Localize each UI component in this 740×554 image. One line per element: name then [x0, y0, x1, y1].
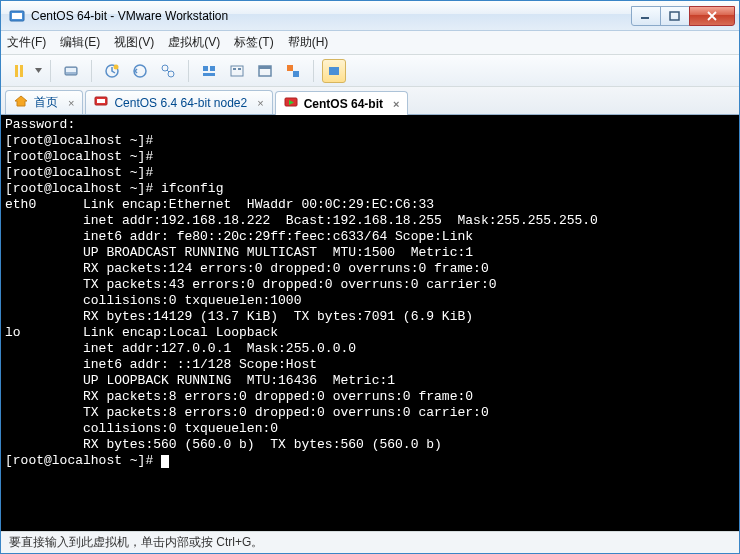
menu-view[interactable]: 视图(V) — [114, 34, 154, 51]
unity-button[interactable] — [281, 59, 305, 83]
menu-edit[interactable]: 编辑(E) — [60, 34, 100, 51]
terminal-line: UP BROADCAST RUNNING MULTICAST MTU:1500 … — [5, 245, 735, 261]
status-text: 要直接输入到此虚拟机，单击内部或按 Ctrl+G。 — [9, 534, 263, 551]
svg-rect-5 — [20, 65, 23, 77]
terminal-line: Password: — [5, 117, 735, 133]
svg-rect-2 — [641, 17, 649, 19]
tab-close-icon[interactable]: × — [393, 98, 399, 110]
toolbar-separator — [50, 60, 51, 82]
vm-icon — [94, 94, 108, 111]
terminal-line: lo Link encap:Local Loopback — [5, 325, 735, 341]
svg-rect-13 — [203, 66, 208, 71]
terminal-line: inet addr:192.168.18.222 Bcast:192.168.1… — [5, 213, 735, 229]
terminal-prompt-line: [root@localhost ~]# — [5, 453, 735, 469]
svg-rect-16 — [231, 66, 243, 76]
toolbar — [1, 55, 739, 87]
vm-running-icon — [284, 95, 298, 112]
svg-rect-14 — [210, 66, 215, 71]
terminal-line: [root@localhost ~]# — [5, 165, 735, 181]
svg-rect-20 — [259, 66, 271, 69]
terminal-line: inet addr:127.0.0.1 Mask:255.0.0.0 — [5, 341, 735, 357]
terminal-line: eth0 Link encap:Ethernet HWaddr 00:0C:29… — [5, 197, 735, 213]
app-icon — [9, 8, 25, 24]
svg-rect-21 — [287, 65, 293, 71]
tab-label: 首页 — [34, 94, 58, 111]
statusbar: 要直接输入到此虚拟机，单击内部或按 Ctrl+G。 — [1, 531, 739, 553]
cursor — [161, 455, 169, 468]
terminal-line: RX bytes:14129 (13.7 KiB) TX bytes:7091 … — [5, 309, 735, 325]
show-console-button[interactable] — [197, 59, 221, 83]
tab-home[interactable]: 首页 × — [5, 90, 83, 114]
fullscreen-button[interactable] — [253, 59, 277, 83]
tab-centos[interactable]: CentOS 64-bit × — [275, 91, 409, 115]
svg-point-9 — [114, 64, 119, 69]
menu-tabs[interactable]: 标签(T) — [234, 34, 273, 51]
terminal-line: RX packets:124 errors:0 dropped:0 overru… — [5, 261, 735, 277]
terminal-line: collisions:0 txqueuelen:0 — [5, 421, 735, 437]
stretch-button[interactable] — [322, 59, 346, 83]
terminal-line: [root@localhost ~]# — [5, 133, 735, 149]
menu-file[interactable]: 文件(F) — [7, 34, 46, 51]
menubar: 文件(F) 编辑(E) 视图(V) 虚拟机(V) 标签(T) 帮助(H) — [1, 31, 739, 55]
revert-button[interactable] — [128, 59, 152, 83]
toolbar-separator — [188, 60, 189, 82]
terminal-line: RX bytes:560 (560.0 b) TX bytes:560 (560… — [5, 437, 735, 453]
tab-close-icon[interactable]: × — [257, 97, 263, 109]
svg-rect-22 — [293, 71, 299, 77]
tabbar: 首页 × CentOS 6.4 64-bit node2 × CentOS 64… — [1, 87, 739, 115]
svg-rect-15 — [203, 73, 215, 76]
svg-rect-25 — [97, 99, 105, 103]
terminal-line: UP LOOPBACK RUNNING MTU:16436 Metric:1 — [5, 373, 735, 389]
svg-rect-1 — [12, 13, 22, 19]
toolbar-separator — [91, 60, 92, 82]
menu-vm[interactable]: 虚拟机(V) — [168, 34, 220, 51]
svg-rect-7 — [66, 68, 76, 72]
tab-node2[interactable]: CentOS 6.4 64-bit node2 × — [85, 90, 272, 114]
maximize-button[interactable] — [660, 6, 690, 26]
terminal-line: [root@localhost ~]# ifconfig — [5, 181, 735, 197]
terminal[interactable]: Password:[root@localhost ~]#[root@localh… — [1, 115, 739, 531]
terminal-line: collisions:0 txqueuelen:1000 — [5, 293, 735, 309]
svg-rect-3 — [670, 12, 679, 20]
snapshot-button[interactable] — [100, 59, 124, 83]
power-on-button[interactable] — [7, 59, 31, 83]
terminal-line: inet6 addr: ::1/128 Scope:Host — [5, 357, 735, 373]
terminal-line: TX packets:43 errors:0 dropped:0 overrun… — [5, 277, 735, 293]
minimize-button[interactable] — [631, 6, 661, 26]
window-controls — [632, 6, 735, 26]
svg-rect-23 — [329, 67, 339, 75]
tab-label: CentOS 64-bit — [304, 97, 383, 111]
tab-close-icon[interactable]: × — [68, 97, 74, 109]
svg-rect-18 — [238, 68, 241, 70]
titlebar[interactable]: CentOS 64-bit - VMware Workstation — [1, 1, 739, 31]
power-dropdown[interactable] — [35, 59, 42, 83]
toolbar-separator — [313, 60, 314, 82]
terminal-line: inet6 addr: fe80::20c:29ff:feec:c633/64 … — [5, 229, 735, 245]
home-icon — [14, 94, 28, 111]
tab-label: CentOS 6.4 64-bit node2 — [114, 96, 247, 110]
terminal-line: TX packets:8 errors:0 dropped:0 overruns… — [5, 405, 735, 421]
svg-rect-17 — [233, 68, 236, 70]
terminal-line: [root@localhost ~]# — [5, 149, 735, 165]
menu-help[interactable]: 帮助(H) — [288, 34, 329, 51]
send-cad-button[interactable] — [59, 59, 83, 83]
terminal-line: RX packets:8 errors:0 dropped:0 overruns… — [5, 389, 735, 405]
app-window: CentOS 64-bit - VMware Workstation 文件(F)… — [0, 0, 740, 554]
window-title: CentOS 64-bit - VMware Workstation — [31, 9, 632, 23]
close-button[interactable] — [689, 6, 735, 26]
svg-rect-4 — [15, 65, 18, 77]
thumbnail-button[interactable] — [225, 59, 249, 83]
manage-snapshots-button[interactable] — [156, 59, 180, 83]
